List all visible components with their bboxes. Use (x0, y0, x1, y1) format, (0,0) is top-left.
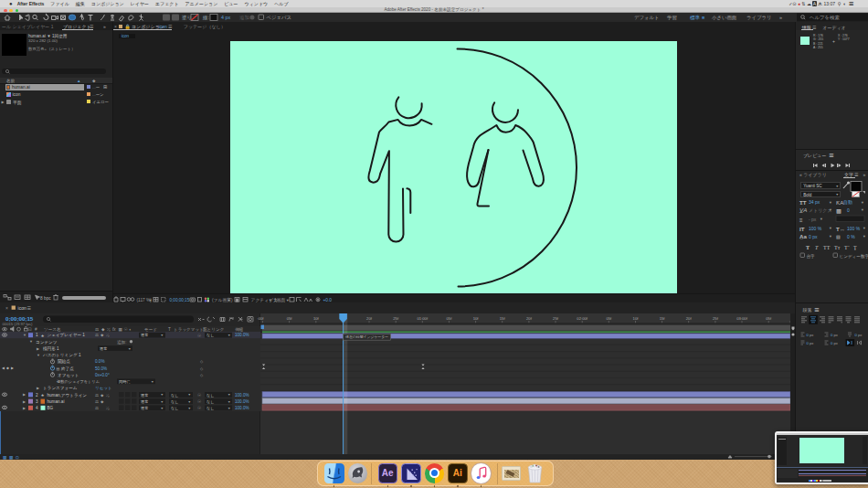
svg-text:▼: ▼ (861, 208, 864, 212)
svg-text:4: 4 (36, 406, 38, 410)
svg-text:05f: 05f (606, 316, 612, 321)
svg-text:T´: T´ (844, 245, 850, 250)
svg-text:Tт: Tт (834, 245, 841, 250)
svg-text:02:00f: 02:00f (577, 316, 587, 321)
svg-text:コンテンツ: コンテンツ (36, 340, 58, 345)
svg-text:0: 0 (847, 207, 850, 213)
svg-text:▼: ▼ (151, 380, 154, 384)
svg-text:▼: ▼ (829, 208, 832, 212)
svg-text:0 %: 0 % (847, 234, 855, 239)
svg-text:10f: 10f (473, 316, 480, 321)
svg-text:⤯: ⤯ (106, 406, 110, 410)
svg-text:なし: なし (206, 406, 215, 410)
svg-text:0 px: 0 px (809, 234, 818, 239)
svg-text:なし: なし (171, 406, 179, 410)
svg-text:パスのトリミング 1: パスのトリミング 1 (42, 353, 81, 357)
svg-text:☉: ☉ (197, 406, 201, 410)
svg-text:⚖: ⚖ (95, 327, 99, 332)
svg-text:▼: ▼ (820, 217, 823, 221)
svg-text:▼: ▼ (829, 235, 832, 239)
svg-text:0.0%: 0.0% (95, 359, 104, 364)
svg-text:10f: 10f (313, 316, 320, 321)
svg-text:⚖: ⚖ (95, 333, 99, 337)
svg-text:▼: ▼ (149, 298, 153, 302)
svg-text:ベジェパス: ベジェパス (267, 15, 292, 20)
svg-text:05f: 05f (287, 316, 293, 321)
svg-text:▼: ▼ (269, 298, 272, 302)
svg-text:100 %: 100 % (809, 226, 822, 231)
svg-text:34 px: 34 px (809, 199, 820, 205)
svg-text:なし: なし (206, 399, 215, 404)
svg-text:V̲A: V̲A (799, 207, 808, 213)
svg-text:通常: 通常 (141, 333, 148, 337)
svg-text:☰: ☰ (27, 305, 32, 311)
svg-text:A̲a: A̲a (799, 233, 807, 239)
svg-text::00f: :00f (258, 316, 265, 321)
svg-text:00015 (29.97 fps): 00015 (29.97 fps) (3, 322, 33, 326)
svg-text:⤯: ⤯ (106, 393, 110, 398)
svg-text:同時に: 同時に (119, 379, 131, 384)
svg-text:#: # (35, 327, 37, 332)
svg-text:25f: 25f (393, 316, 399, 321)
svg-text:20f: 20f (686, 316, 693, 321)
svg-text:TT: TT (823, 245, 831, 250)
svg-text:通常: 通常 (100, 346, 107, 351)
svg-text:▼: ▼ (228, 393, 231, 397)
svg-text:▼: ▼ (161, 407, 164, 410)
svg-text:合字: 合字 (807, 254, 816, 259)
svg-text:現在の時間インジケーター: 現在の時間インジケーター (345, 334, 388, 339)
svg-text:終了点: 終了点 (60, 366, 74, 371)
svg-text:⚖: ⚖ (95, 393, 99, 398)
svg-text:▼: ▼ (161, 393, 164, 397)
svg-text:なし: なし (206, 393, 215, 398)
svg-text:icon: icon (18, 305, 26, 311)
svg-text:親とリンク: 親とリンク (203, 326, 224, 333)
svg-text:シェイプレイヤー 1: シェイプレイヤー 1 (48, 333, 86, 337)
svg-text:100.0%: 100.0% (235, 333, 249, 337)
svg-text:100.0%: 100.0% (235, 406, 249, 410)
svg-text:▼: ▼ (861, 201, 864, 205)
svg-text:☉: ☉ (197, 399, 201, 404)
svg-text:T↔: T↔ (836, 226, 845, 232)
svg-text:自動: 自動 (843, 199, 852, 205)
svg-text:楕円形 1: 楕円形 1 (42, 346, 59, 351)
svg-text:+0.0: +0.0 (323, 298, 333, 302)
svg-text:◀: ◀ (2, 366, 5, 370)
svg-text:▼: ▼ (863, 235, 866, 239)
svg-text:01:00f: 01:00f (417, 316, 428, 321)
svg-text:ヒンディー数字: ヒンディー数字 (840, 254, 868, 259)
svg-text:- px: - px (809, 217, 817, 222)
svg-text:T̲T: T̲T (799, 199, 807, 206)
svg-text:human,アウトライン: human,アウトライン (48, 393, 88, 398)
svg-text:1画面: 1画面 (274, 297, 285, 302)
svg-text:▤: ▤ (57, 366, 60, 371)
svg-text:☉: ☉ (197, 334, 201, 338)
svg-text:15f: 15f (660, 316, 666, 321)
svg-text:▼: ▼ (188, 393, 192, 397)
svg-text:100.0%: 100.0% (235, 393, 249, 398)
svg-text:0 px: 0 px (807, 341, 815, 345)
svg-text:▼: ▼ (128, 347, 132, 351)
svg-text:2: 2 (36, 393, 38, 398)
svg-text:1: 1 (36, 333, 38, 337)
svg-text:なし: なし (171, 393, 179, 398)
svg-text:⤯: ⤯ (106, 333, 110, 337)
svg-text:0 px: 0 px (807, 333, 815, 337)
svg-text:★: ★ (41, 334, 45, 338)
svg-text:0 px: 0 px (831, 333, 839, 337)
svg-text:◐: ◐ (130, 327, 132, 332)
svg-text:T: T (815, 245, 819, 250)
svg-text:15f: 15f (500, 316, 506, 321)
svg-text:▼: ▼ (829, 201, 832, 205)
svg-text:8 bpc: 8 bpc (40, 296, 51, 301)
svg-text:3: 3 (36, 399, 38, 404)
svg-text:トラックマット: トラックマット (174, 327, 204, 332)
svg-text:⚖: ⚖ (95, 406, 99, 410)
svg-text:T: T (168, 327, 171, 332)
svg-text:05f: 05f (446, 316, 452, 321)
svg-text:human.ai: human.ai (48, 399, 65, 404)
svg-text:▩: ▩ (836, 207, 842, 214)
svg-text:20f: 20f (366, 316, 373, 321)
svg-text:▼: ▼ (37, 353, 40, 357)
svg-text:03:00f: 03:00f (736, 316, 747, 321)
